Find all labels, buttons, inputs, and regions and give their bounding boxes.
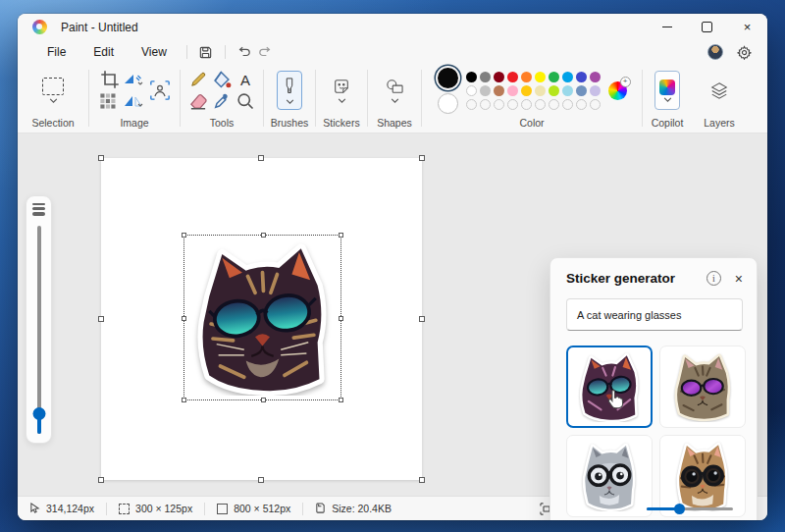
empty-color-slot[interactable] [521,99,532,110]
color-swatch[interactable] [590,72,601,82]
empty-color-slot[interactable] [590,99,601,110]
selection-handle[interactable] [182,316,186,321]
brushes-button[interactable] [277,71,302,110]
sticker-thumbnail-3[interactable] [566,435,653,517]
selection-group[interactable]: Selection [18,64,88,133]
panel-title: Sticker generator [566,271,706,286]
selection-handle[interactable] [339,398,343,402]
redo-icon[interactable] [255,43,277,61]
image-group: Image [89,64,180,133]
menu-file[interactable]: File [35,43,78,61]
panel-close-icon[interactable]: × [735,272,743,286]
selection-handle[interactable] [339,233,343,238]
selection-size-icon [119,504,130,514]
stickers-group[interactable]: Stickers [316,64,367,133]
empty-color-slot[interactable] [507,99,518,110]
color-swatch[interactable] [576,85,587,96]
color-swatch[interactable] [521,72,532,82]
color-swatch[interactable] [466,85,477,96]
layers-group[interactable]: Layers [692,64,747,133]
fill-bucket-icon[interactable] [211,70,233,89]
color-swatch[interactable] [466,72,477,82]
shapes-icon [385,79,404,95]
color-swatch[interactable] [535,85,546,96]
empty-color-slot[interactable] [535,99,546,110]
canvas-resize-handle[interactable] [98,316,104,322]
menu-view[interactable]: View [130,43,179,61]
color-swatch[interactable] [480,85,491,96]
color-swatch[interactable] [535,72,546,82]
account-avatar[interactable] [707,44,723,60]
selection-handle[interactable] [339,316,343,321]
edit-colors-icon[interactable] [608,81,627,100]
resize-icon[interactable] [123,70,144,89]
paint-window: Paint - Untitled × File Edit View [18,14,767,520]
eraser-icon[interactable] [187,91,209,111]
selection-tool-icon[interactable] [42,78,64,95]
color2-swatch[interactable] [438,93,458,114]
empty-color-slot[interactable] [480,99,491,110]
color-swatch[interactable] [494,72,504,82]
text-tool-icon[interactable]: A [235,70,256,89]
pencil-icon[interactable] [187,70,209,89]
color-swatch[interactable] [576,72,587,82]
select-pixels-icon[interactable] [99,91,121,111]
canvas-resize-handle[interactable] [419,155,425,161]
color-group: Color [422,64,642,133]
zoom-slider[interactable] [647,503,733,514]
empty-color-slot[interactable] [494,99,504,110]
color-swatch[interactable] [480,72,491,82]
drawing-canvas[interactable] [101,158,422,480]
save-icon[interactable] [195,43,217,61]
color-swatch[interactable] [521,85,532,96]
empty-color-slot[interactable] [562,99,573,110]
maximize-button[interactable] [687,14,727,40]
color-picker-icon[interactable] [211,91,233,111]
close-button[interactable]: × [727,14,767,40]
canvas-resize-handle[interactable] [98,477,104,483]
menu-edit[interactable]: Edit [81,43,126,61]
color-swatch[interactable] [507,72,518,82]
color-palette [466,72,601,110]
canvas-resize-handle[interactable] [419,316,425,322]
minimize-button[interactable] [647,14,687,40]
hand-cursor-icon [606,389,625,410]
color-swatch[interactable] [549,85,559,96]
selection-handle[interactable] [182,233,186,238]
empty-color-slot[interactable] [576,99,587,110]
color1-swatch[interactable] [438,68,458,88]
color-swatch[interactable] [549,72,559,82]
magnifier-icon[interactable] [235,91,256,111]
info-icon[interactable]: i [706,271,721,286]
flip-icon[interactable] [123,91,144,111]
shapes-group[interactable]: Shapes [368,64,421,133]
sticker-thumbnail-2[interactable] [659,346,746,428]
chevron-down-icon[interactable] [49,98,58,103]
zoom-slider-thumb[interactable] [674,504,685,514]
canvas-resize-handle[interactable] [419,477,425,483]
chevron-down-icon [391,98,399,103]
selection-region[interactable] [183,235,341,400]
size-slider-thumb[interactable] [32,407,45,420]
settings-gear-icon[interactable] [737,45,752,60]
undo-icon[interactable] [234,43,255,61]
selection-handle[interactable] [261,233,266,238]
empty-color-slot[interactable] [549,99,559,110]
color-swatch[interactable] [562,85,573,96]
canvas-resize-handle[interactable] [258,477,264,483]
crop-icon[interactable] [99,70,121,89]
canvas-resize-handle[interactable] [98,155,104,161]
copilot-button[interactable] [654,71,680,110]
empty-color-slot[interactable] [466,99,477,110]
color-swatch[interactable] [590,85,601,96]
selection-handle[interactable] [261,398,266,402]
color-swatch[interactable] [507,85,518,96]
size-slider[interactable] [37,226,41,434]
remove-background-icon[interactable] [149,80,171,101]
color-swatch[interactable] [562,72,573,82]
selection-handle[interactable] [182,398,186,402]
canvas-resize-handle[interactable] [258,155,264,161]
prompt-input[interactable]: A cat wearing glasses [566,298,743,331]
sticker-thumbnail-1[interactable] [566,346,653,428]
color-swatch[interactable] [494,85,504,96]
